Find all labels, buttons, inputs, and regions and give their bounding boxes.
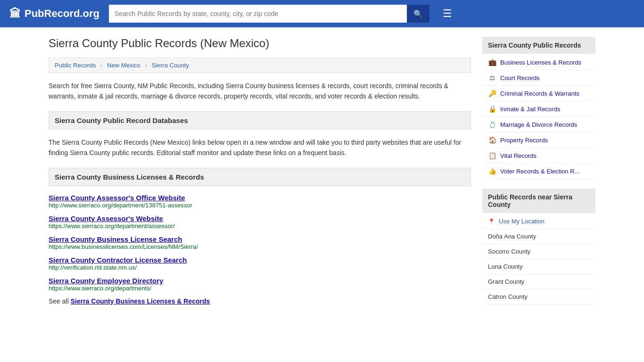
nearby-county-3[interactable]: Grant County: [482, 274, 595, 289]
breadcrumb-sep-2: ›: [145, 62, 147, 69]
sidebar-icon-5: 🏠: [488, 136, 496, 144]
sidebar-item-label-3: Inmate & Jail Records: [500, 106, 560, 113]
nearby-county-4[interactable]: Catron County: [482, 289, 595, 304]
record-link-1: Sierra County Assessor's Website https:/…: [49, 214, 471, 230]
record-link-2: Sierra County Business License Search ht…: [49, 235, 471, 250]
sidebar-item-6[interactable]: 📋 Vital Records: [482, 148, 595, 164]
nearby-counties-container: Doña Ana CountySocorro CountyLuna County…: [482, 229, 595, 304]
nearby-county-label-1: Socorro County: [488, 248, 530, 255]
sidebar-item-label-6: Vital Records: [500, 152, 537, 159]
sidebar-icon-1: ⚖: [488, 74, 496, 82]
breadcrumb-sierra-county[interactable]: Sierra County: [151, 62, 189, 69]
see-all-text: See all Sierra County Business Licenses …: [49, 297, 471, 305]
search-area: 🔍: [109, 5, 429, 23]
sidebar-item-2[interactable]: 🔑 Criminal Records & Warrants: [482, 86, 595, 101]
record-link-url-2[interactable]: https://www.businesslicenses.com/License…: [49, 243, 471, 250]
sidebar-item-label-0: Business Licenses & Records: [500, 59, 581, 66]
use-my-location[interactable]: 📍 Use My Location: [482, 214, 595, 229]
record-link-url-4[interactable]: https://www.sierraco.org/departments/: [49, 285, 471, 292]
db-section-header: Sierra County Public Record Databases: [49, 111, 471, 130]
record-link-url-1[interactable]: https://www.sierraco.org/department/asse…: [49, 222, 471, 230]
record-link-title-3[interactable]: Sierra County Contractor License Search: [49, 256, 187, 264]
breadcrumb-public-records[interactable]: Public Records: [55, 62, 96, 69]
business-section-header: Sierra County Business Licenses & Record…: [49, 168, 471, 186]
logo-icon: 🏛: [9, 7, 21, 20]
sidebar-nearby-section: Public Records near Sierra County 📍 Use …: [482, 189, 595, 304]
nearby-county-label-0: Doña Ana County: [488, 233, 536, 240]
sidebar-item-5[interactable]: 🏠 Property Records: [482, 132, 595, 148]
nearby-county-label-3: Grant County: [488, 278, 524, 285]
record-link-title-1[interactable]: Sierra County Assessor's Website: [49, 214, 163, 222]
sidebar-icon-0: 💼: [488, 58, 496, 66]
menu-button[interactable]: ☰: [439, 7, 456, 21]
sidebar-icon-4: 💍: [488, 121, 496, 128]
sidebar-item-0[interactable]: 💼 Business Licenses & Records: [482, 55, 595, 70]
see-all-link[interactable]: Sierra County Business Licenses & Record…: [71, 297, 210, 305]
record-link-url-3[interactable]: http://verification.rld.state.nm.us/: [49, 264, 471, 271]
search-button[interactable]: 🔍: [407, 5, 429, 23]
links-container: Sierra County Assessor's Office Website …: [49, 194, 471, 292]
sidebar-item-label-5: Property Records: [500, 137, 548, 144]
sidebar-items-container: 💼 Business Licenses & Records ⚖ Court Re…: [482, 55, 595, 179]
sidebar-item-7[interactable]: 👍 Voter Records & Election R...: [482, 164, 595, 179]
page-description: Search for free Sierra County, NM Public…: [49, 81, 471, 102]
location-icon: 📍: [488, 218, 495, 225]
nearby-county-0[interactable]: Doña Ana County: [482, 229, 595, 244]
sidebar-icon-6: 📋: [488, 152, 496, 159]
sidebar-nearby-title: Public Records near Sierra County: [482, 189, 595, 213]
sidebar-icon-3: 🔒: [488, 105, 496, 113]
sidebar-public-records-section: Sierra County Public Records 💼 Business …: [482, 37, 595, 179]
search-icon: 🔍: [413, 9, 423, 18]
record-link-3: Sierra County Contractor License Search …: [49, 256, 471, 271]
nearby-county-2[interactable]: Luna County: [482, 259, 595, 274]
use-location-text: Use My Location: [499, 218, 545, 225]
record-link-title-2[interactable]: Sierra County Business License Search: [49, 235, 182, 243]
site-logo[interactable]: 🏛 PubRecord.org: [9, 7, 99, 20]
breadcrumb: Public Records › New Mexico › Sierra Cou…: [49, 58, 471, 73]
record-link-url-0[interactable]: http://www.sierraco.org/department/13875…: [49, 202, 471, 209]
sidebar-item-1[interactable]: ⚖ Court Records: [482, 70, 595, 86]
record-link-4: Sierra County Employee Directory https:/…: [49, 277, 471, 292]
sidebar-icon-2: 🔑: [488, 90, 496, 97]
content-area: Sierra County Public Records (New Mexico…: [49, 37, 471, 314]
logo-text: PubRecord.org: [25, 8, 99, 20]
breadcrumb-new-mexico[interactable]: New Mexico: [107, 62, 140, 69]
nearby-county-label-4: Catron County: [488, 293, 528, 300]
sidebar: Sierra County Public Records 💼 Business …: [482, 37, 595, 314]
record-link-title-0[interactable]: Sierra County Assessor's Office Website: [49, 194, 185, 202]
sidebar-item-3[interactable]: 🔒 Inmate & Jail Records: [482, 101, 595, 117]
sidebar-item-label-1: Court Records: [500, 74, 540, 82]
menu-icon: ☰: [443, 8, 452, 19]
record-link-title-4[interactable]: Sierra County Employee Directory: [49, 277, 163, 285]
nearby-county-1[interactable]: Socorro County: [482, 244, 595, 259]
breadcrumb-sep-1: ›: [100, 62, 102, 69]
sidebar-icon-7: 👍: [488, 167, 496, 175]
search-input[interactable]: [109, 5, 407, 23]
sidebar-item-label-7: Voter Records & Election R...: [500, 168, 579, 175]
sidebar-item-label-2: Criminal Records & Warrants: [500, 90, 579, 97]
page-title: Sierra County Public Records (New Mexico…: [49, 37, 471, 50]
nearby-county-label-2: Luna County: [488, 263, 523, 270]
record-link-0: Sierra County Assessor's Office Website …: [49, 194, 471, 209]
sidebar-item-label-4: Marriage & Divorce Records: [500, 121, 577, 128]
sidebar-public-records-title: Sierra County Public Records: [482, 37, 595, 54]
db-description: The Sierra County Public Records (New Me…: [49, 137, 471, 158]
sidebar-item-4[interactable]: 💍 Marriage & Divorce Records: [482, 117, 595, 132]
